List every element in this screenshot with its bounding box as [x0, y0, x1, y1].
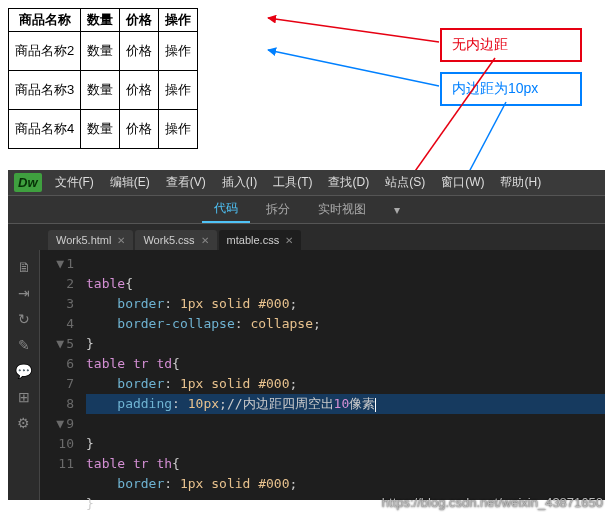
- dreamweaver-editor: Dw 文件(F) 编辑(E) 查看(V) 插入(I) 工具(T) 查找(D) 站…: [8, 170, 605, 500]
- settings-icon[interactable]: ⚙: [15, 414, 33, 432]
- dw-logo: Dw: [14, 173, 42, 192]
- annotation-no-padding: 无内边距: [440, 28, 582, 62]
- menu-edit[interactable]: 编辑(E): [103, 171, 157, 194]
- table-row: 商品名称3 数量 价格 操作: [9, 71, 198, 110]
- table-row: 商品名称2 数量 价格 操作: [9, 32, 198, 71]
- wand-icon[interactable]: ✎: [15, 336, 33, 354]
- table-header-row: 商品名称 数量 价格 操作: [9, 9, 198, 32]
- format-icon[interactable]: ⊞: [15, 388, 33, 406]
- view-dropdown-icon[interactable]: ▾: [382, 199, 412, 221]
- watermark: https://blog.csdn.net/weixin_43871650: [382, 495, 603, 510]
- text-cursor: [375, 398, 376, 412]
- file-tab[interactable]: Work5.html✕: [48, 230, 133, 250]
- refresh-icon[interactable]: ↻: [15, 310, 33, 328]
- demo-table: 商品名称 数量 价格 操作 商品名称2 数量 价格 操作 商品名称3 数量 价格…: [8, 8, 198, 149]
- close-icon[interactable]: ✕: [285, 235, 293, 246]
- file-tabs: Work5.html✕ Work5.css✕ mtable.css✕: [8, 224, 605, 250]
- file-icon[interactable]: 🗎: [15, 258, 33, 276]
- th-name: 商品名称: [9, 9, 81, 32]
- view-live[interactable]: 实时视图: [306, 197, 378, 222]
- view-code[interactable]: 代码: [202, 196, 250, 223]
- comment-icon[interactable]: 💬: [15, 362, 33, 380]
- th-price: 价格: [120, 9, 159, 32]
- svg-line-1: [268, 50, 439, 86]
- menu-file[interactable]: 文件(F): [48, 171, 101, 194]
- menu-window[interactable]: 窗口(W): [434, 171, 491, 194]
- th-action: 操作: [159, 9, 198, 32]
- tool-column: 🗎 ⇥ ↻ ✎ 💬 ⊞ ⚙: [8, 250, 40, 500]
- table-row: 商品名称4 数量 价格 操作: [9, 110, 198, 149]
- menu-bar: Dw 文件(F) 编辑(E) 查看(V) 插入(I) 工具(T) 查找(D) 站…: [8, 170, 605, 196]
- close-icon[interactable]: ✕: [117, 235, 125, 246]
- menu-view[interactable]: 查看(V): [159, 171, 213, 194]
- file-tab[interactable]: Work5.css✕: [135, 230, 216, 250]
- close-icon[interactable]: ✕: [201, 235, 209, 246]
- menu-find[interactable]: 查找(D): [321, 171, 376, 194]
- line-gutter: ▼1 234 ▼5 678 ▼9 1011: [40, 250, 80, 500]
- th-qty: 数量: [81, 9, 120, 32]
- menu-tools[interactable]: 工具(T): [266, 171, 319, 194]
- view-split[interactable]: 拆分: [254, 197, 302, 222]
- annotation-padding-10: 内边距为10px: [440, 72, 582, 106]
- view-bar: 代码 拆分 实时视图 ▾: [8, 196, 605, 224]
- svg-line-0: [268, 18, 439, 42]
- file-tab-active[interactable]: mtable.css✕: [219, 230, 302, 250]
- collapse-icon[interactable]: ⇥: [15, 284, 33, 302]
- menu-site[interactable]: 站点(S): [378, 171, 432, 194]
- menu-help[interactable]: 帮助(H): [493, 171, 548, 194]
- menu-insert[interactable]: 插入(I): [215, 171, 264, 194]
- code-area[interactable]: table{ border: 1px solid #000; border-co…: [80, 250, 605, 500]
